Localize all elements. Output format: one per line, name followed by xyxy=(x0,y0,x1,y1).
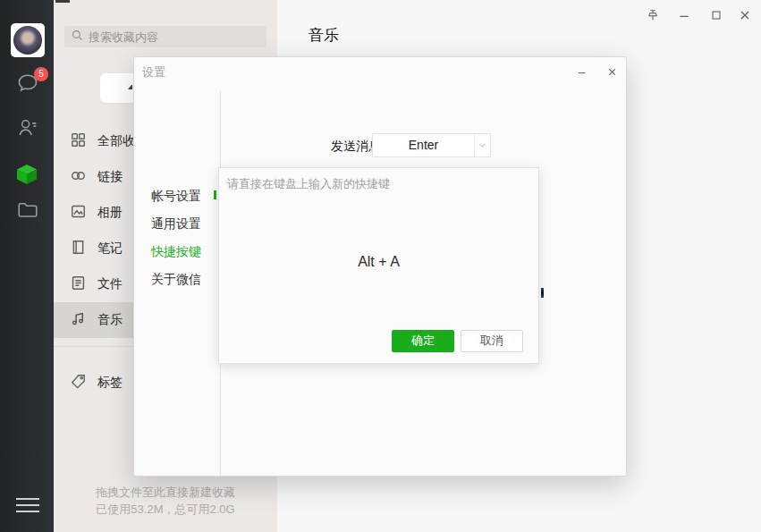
favorites-item-label: 音乐 xyxy=(97,312,123,328)
shortcut-prompt-text: 请直接在键盘上输入新的快捷键 xyxy=(227,176,390,192)
sidebar-item-files[interactable] xyxy=(15,198,42,224)
contacts-icon xyxy=(15,127,40,142)
settings-tab-shortcuts[interactable]: 快捷按键 xyxy=(151,244,214,262)
send-message-shortcut-select[interactable]: Enter xyxy=(372,133,491,157)
settings-dialog-title: 设置 xyxy=(142,64,165,80)
note-icon xyxy=(70,239,87,259)
folder-icon xyxy=(15,209,40,224)
drag-hint-text: 拖拽文件至此直接新建收藏 xyxy=(54,484,277,501)
minimize-window-button[interactable] xyxy=(677,8,691,22)
cancel-button[interactable]: 取消 xyxy=(461,330,523,352)
grid-icon xyxy=(70,131,87,152)
ok-button[interactable]: 确定 xyxy=(392,330,454,352)
app-sidebar: 5 xyxy=(0,0,54,532)
chat-bubble-icon xyxy=(15,82,40,97)
clipped-window-fragment xyxy=(55,0,70,3)
clipped-green-fragment xyxy=(214,190,216,199)
close-window-button[interactable] xyxy=(738,8,752,22)
sidebar-item-favorites[interactable] xyxy=(14,162,41,187)
pin-window-button[interactable] xyxy=(646,8,660,22)
avatar[interactable] xyxy=(11,23,45,57)
search-input[interactable] xyxy=(89,30,259,44)
settings-minimize-button[interactable] xyxy=(576,65,588,78)
clipped-content-fragment xyxy=(541,288,544,298)
maximize-window-button[interactable] xyxy=(709,8,723,22)
pushpin-icon xyxy=(646,10,660,25)
shortcut-capture-dialog: 请直接在键盘上输入新的快捷键 Alt + A 确定 取消 xyxy=(218,167,539,364)
minimize-icon xyxy=(677,10,691,25)
favorites-item-label: 笔记 xyxy=(97,241,123,257)
selected-shortcut-value: Enter xyxy=(373,134,474,156)
link-icon xyxy=(70,167,87,188)
chevron-down-icon xyxy=(478,138,487,154)
avatar-image xyxy=(13,26,42,55)
music-icon xyxy=(70,310,87,331)
tag-icon xyxy=(70,373,87,393)
sidebar-item-contacts[interactable] xyxy=(15,116,42,141)
minimize-icon xyxy=(576,65,588,80)
dropdown-chevron[interactable] xyxy=(474,134,490,156)
settings-close-button[interactable] xyxy=(606,65,619,78)
storage-status: 拖拽文件至此直接新建收藏 已使用53.2M，总可用2.0G xyxy=(54,484,277,518)
hamburger-icon xyxy=(16,498,39,512)
search-icon xyxy=(72,29,83,45)
page-title: 音乐 xyxy=(309,25,339,46)
favorites-item-label: 标签 xyxy=(97,375,123,391)
favorites-item-label: 相册 xyxy=(97,205,123,221)
photo-icon xyxy=(70,203,87,224)
file-icon xyxy=(70,274,87,295)
green-cube-icon xyxy=(14,174,39,190)
favorites-item-label: 文件 xyxy=(97,276,123,292)
sidebar-item-chats[interactable]: 5 xyxy=(15,72,42,97)
storage-usage-text: 已使用53.2M，总可用2.0G xyxy=(54,501,277,518)
current-shortcut-value: Alt + A xyxy=(219,254,538,270)
close-icon xyxy=(606,65,618,80)
favorites-item-label: 链接 xyxy=(97,169,123,185)
settings-tab-account[interactable]: 帐号设置 xyxy=(151,189,214,207)
settings-tab-general[interactable]: 通用设置 xyxy=(151,216,214,234)
settings-tab-about[interactable]: 关于微信 xyxy=(151,272,214,290)
new-note-button-partial[interactable] xyxy=(100,73,133,103)
more-menu-button[interactable] xyxy=(16,498,39,512)
clipped-glyph-fragment xyxy=(128,85,132,89)
close-icon xyxy=(738,10,752,25)
chat-unread-badge: 5 xyxy=(34,67,48,81)
maximize-icon xyxy=(709,10,723,25)
search-box[interactable] xyxy=(64,26,266,47)
